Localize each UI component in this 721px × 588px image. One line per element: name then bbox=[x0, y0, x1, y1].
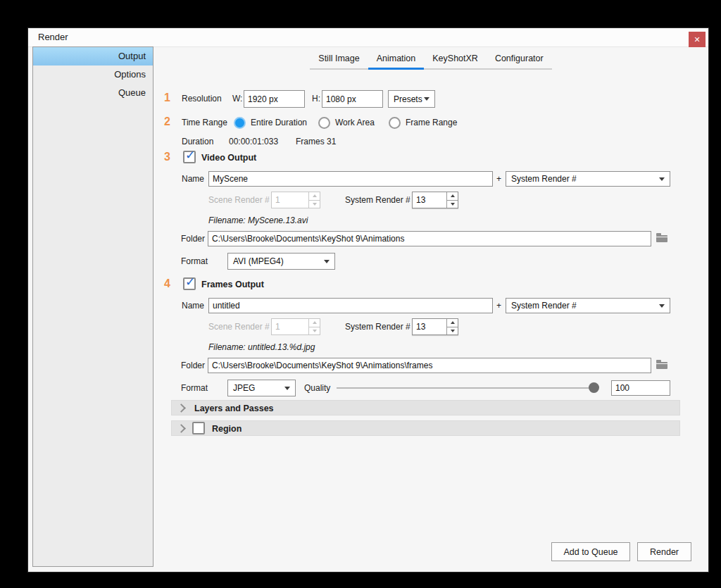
frames-scene-render-label: Scene Render # bbox=[208, 319, 270, 334]
resolution-label: Resolution bbox=[182, 91, 222, 106]
video-scene-render-spinner bbox=[271, 192, 320, 208]
radio-entire-duration[interactable] bbox=[234, 117, 246, 129]
frames-filename-preview: Filename: untitled.13.%d.jpg bbox=[208, 339, 315, 355]
tab-bar: Still Image Animation KeyShotXR Configur… bbox=[153, 54, 708, 70]
region-section[interactable]: Region bbox=[171, 420, 680, 436]
sidebar-item-queue[interactable]: Queue bbox=[33, 84, 153, 102]
radio-work-area[interactable] bbox=[318, 117, 330, 129]
region-label: Region bbox=[212, 421, 242, 437]
frames-folder-input[interactable] bbox=[208, 358, 651, 373]
render-dialog: Render ✕ Output Options Queue Still Imag… bbox=[28, 28, 708, 572]
frames-plus-label: + bbox=[496, 298, 501, 313]
frames-folder-label: Folder bbox=[181, 358, 205, 373]
video-suffix-dropdown[interactable]: System Render # bbox=[506, 171, 670, 187]
chevron-down-icon bbox=[424, 97, 430, 101]
sidebar: Output Options Queue bbox=[32, 46, 153, 567]
render-button[interactable]: Render bbox=[637, 542, 691, 561]
layers-and-passes-section[interactable]: Layers and Passes bbox=[171, 400, 680, 415]
tab-still-image[interactable]: Still Image bbox=[310, 54, 368, 68]
video-format-dropdown[interactable]: AVI (MPEG4) bbox=[227, 253, 335, 270]
frames-system-render-label: System Render # bbox=[345, 319, 410, 334]
spin-up-icon bbox=[309, 319, 320, 327]
radio-entire-duration-label[interactable]: Entire Duration bbox=[251, 115, 307, 130]
tab-configurator[interactable]: Configurator bbox=[487, 54, 552, 68]
video-system-render-spinner[interactable] bbox=[412, 192, 458, 208]
radio-work-area-label[interactable]: Work Area bbox=[335, 115, 375, 130]
radio-frame-range-label[interactable]: Frame Range bbox=[406, 115, 457, 130]
chevron-down-icon bbox=[659, 304, 665, 308]
spin-down-icon[interactable] bbox=[447, 201, 458, 208]
layers-and-passes-label: Layers and Passes bbox=[194, 401, 274, 416]
frames-name-label: Name bbox=[182, 298, 204, 313]
presets-dropdown[interactable]: Presets bbox=[388, 90, 435, 108]
video-filename-preview: Filename: MyScene.13.avi bbox=[208, 213, 308, 228]
video-name-input[interactable] bbox=[208, 171, 493, 187]
video-system-render-label: System Render # bbox=[345, 192, 410, 208]
spin-down-icon bbox=[309, 327, 320, 335]
step-number-1: 1 bbox=[164, 90, 170, 106]
spin-up-icon[interactable] bbox=[447, 192, 458, 201]
video-format-label: Format bbox=[181, 254, 208, 269]
frames-value: 31 bbox=[327, 134, 336, 149]
sidebar-item-options[interactable]: Options bbox=[33, 65, 153, 84]
height-label: H: bbox=[312, 91, 320, 106]
width-label: W: bbox=[232, 91, 242, 106]
quality-label: Quality bbox=[304, 380, 330, 396]
step-number-3: 3 bbox=[164, 149, 170, 165]
video-browse-folder-button[interactable] bbox=[656, 232, 670, 244]
video-folder-label: Folder bbox=[181, 231, 205, 246]
sidebar-item-output[interactable]: Output bbox=[33, 47, 153, 65]
video-output-checkbox[interactable] bbox=[183, 151, 196, 163]
step-number-4: 4 bbox=[164, 276, 170, 292]
tab-animation[interactable]: Animation bbox=[368, 54, 425, 68]
frames-name-input[interactable] bbox=[208, 298, 493, 313]
frames-format-label: Format bbox=[181, 380, 208, 396]
video-scene-render-label: Scene Render # bbox=[208, 192, 270, 208]
chevron-down-icon bbox=[324, 260, 330, 263]
window-title: Render bbox=[38, 28, 68, 46]
close-button[interactable]: ✕ bbox=[689, 32, 706, 47]
step-number-2: 2 bbox=[164, 114, 170, 130]
duration-label: Duration bbox=[182, 134, 213, 149]
spin-down-icon bbox=[309, 201, 320, 208]
video-plus-label: + bbox=[496, 171, 501, 187]
duration-value: 00:00:01:033 bbox=[229, 134, 278, 149]
frames-scene-render-spinner bbox=[271, 318, 320, 335]
width-input[interactable] bbox=[244, 90, 305, 108]
frames-browse-folder-button[interactable] bbox=[656, 358, 670, 371]
video-output-title: Video Output bbox=[201, 150, 256, 165]
chevron-down-icon bbox=[284, 387, 290, 390]
title-bar: Render ✕ bbox=[28, 28, 708, 47]
chevron-right-icon bbox=[177, 424, 186, 433]
region-checkbox[interactable] bbox=[192, 422, 205, 434]
spin-down-icon[interactable] bbox=[447, 327, 458, 335]
video-name-label: Name bbox=[182, 171, 204, 187]
time-range-label: Time Range bbox=[182, 115, 227, 130]
close-icon: ✕ bbox=[694, 35, 700, 44]
frames-suffix-dropdown[interactable]: System Render # bbox=[506, 298, 670, 313]
tab-keyshotxr[interactable]: KeyShotXR bbox=[424, 54, 487, 68]
quality-slider-handle[interactable] bbox=[589, 382, 599, 393]
chevron-down-icon bbox=[659, 177, 665, 181]
radio-frame-range[interactable] bbox=[389, 117, 401, 129]
spin-up-icon[interactable] bbox=[447, 319, 458, 327]
height-input[interactable] bbox=[322, 90, 383, 108]
frames-output-checkbox[interactable] bbox=[183, 277, 196, 290]
quality-value-input[interactable] bbox=[611, 380, 670, 396]
add-to-queue-button[interactable]: Add to Queue bbox=[551, 542, 630, 561]
frames-system-render-spinner[interactable] bbox=[412, 318, 458, 335]
folder-icon bbox=[656, 235, 667, 242]
chevron-right-icon bbox=[177, 404, 186, 413]
frames-label: Frames bbox=[296, 134, 325, 149]
spin-up-icon bbox=[309, 192, 320, 201]
frames-format-dropdown[interactable]: JPEG bbox=[227, 380, 296, 396]
frames-output-title: Frames Output bbox=[201, 277, 264, 292]
quality-slider-track[interactable] bbox=[337, 387, 597, 389]
folder-icon bbox=[656, 362, 667, 369]
video-folder-input[interactable] bbox=[208, 231, 651, 246]
